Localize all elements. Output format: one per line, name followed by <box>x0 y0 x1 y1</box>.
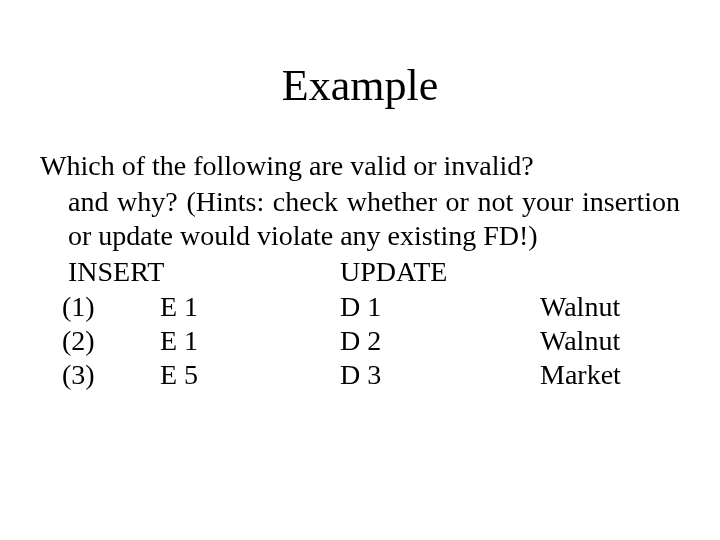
row-col3: Walnut <box>540 290 620 324</box>
slide: Example Which of the following are valid… <box>0 0 720 540</box>
row-col1: E 5 <box>160 358 340 392</box>
row-num: (3) <box>40 358 160 392</box>
row-col2: D 1 <box>340 290 540 324</box>
row-col1: E 1 <box>160 324 340 358</box>
row-num: (2) <box>40 324 160 358</box>
table-header-row: INSERT UPDATE <box>40 255 680 289</box>
row-col1: E 1 <box>160 290 340 324</box>
table-row: (1) E 1 D 1 Walnut <box>40 290 680 324</box>
header-spacer <box>160 255 340 289</box>
row-col3: Market <box>540 358 621 392</box>
question-line-1: Which of the following are valid or inva… <box>40 149 680 183</box>
row-col2: D 3 <box>340 358 540 392</box>
slide-title: Example <box>40 60 680 111</box>
header-insert: INSERT <box>40 255 160 289</box>
row-col3: Walnut <box>540 324 620 358</box>
table: INSERT UPDATE (1) E 1 D 1 Walnut (2) E 1… <box>40 255 680 392</box>
slide-body: Which of the following are valid or inva… <box>40 149 680 392</box>
table-row: (3) E 5 D 3 Market <box>40 358 680 392</box>
question-rest: and why? (Hints: check whether or not yo… <box>40 185 680 253</box>
header-update: UPDATE <box>340 255 540 289</box>
table-row: (2) E 1 D 2 Walnut <box>40 324 680 358</box>
row-num: (1) <box>40 290 160 324</box>
row-col2: D 2 <box>340 324 540 358</box>
